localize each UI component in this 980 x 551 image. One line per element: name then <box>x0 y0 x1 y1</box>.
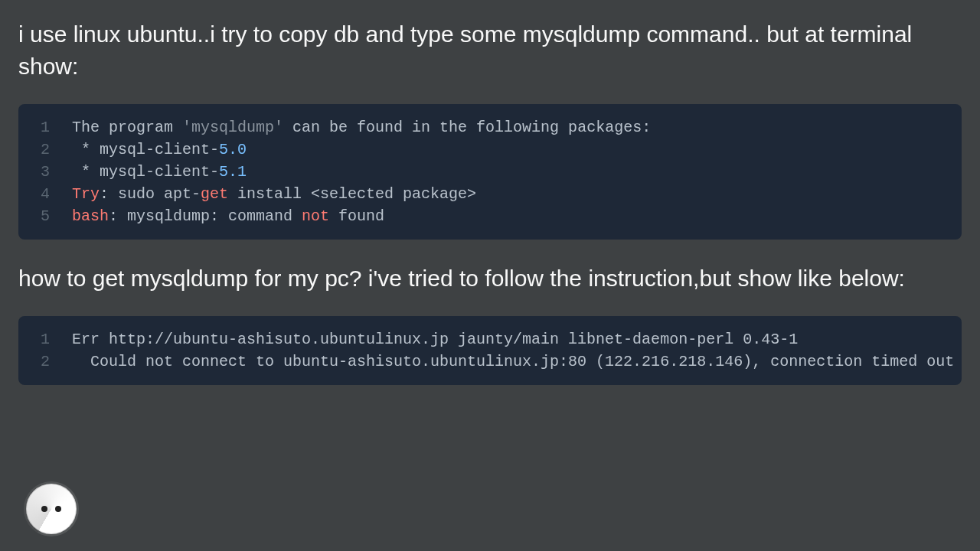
line-number: 5 <box>18 205 72 227</box>
code-text: Try: sudo apt-get install <selected pack… <box>72 183 962 205</box>
code-line: 2 * mysql-client-5.0 <box>18 139 962 161</box>
avatar-face-icon <box>41 506 61 512</box>
code-block-terminal-1: 1 The program 'mysqldump' can be found i… <box>18 104 962 240</box>
post-body: i use linux ubuntu..i try to copy db and… <box>0 0 980 385</box>
line-number: 4 <box>18 183 72 205</box>
code-text: Could not connect to ubuntu-ashisuto.ubu… <box>72 350 962 373</box>
line-number: 2 <box>18 350 72 373</box>
code-text: The program 'mysqldump' can be found in … <box>72 116 962 139</box>
line-number: 3 <box>18 161 72 183</box>
code-line: 1 Err http://ubuntu-ashisuto.ubuntulinux… <box>18 328 962 350</box>
code-text: Err http://ubuntu-ashisuto.ubuntulinux.j… <box>72 328 962 350</box>
code-text: * mysql-client-5.1 <box>72 161 962 183</box>
line-number: 1 <box>18 116 72 139</box>
code-text: bash: mysqldump: command not found <box>72 205 962 227</box>
code-line: 4 Try: sudo apt-get install <selected pa… <box>18 183 962 205</box>
code-line: 3 * mysql-client-5.1 <box>18 161 962 183</box>
code-text: * mysql-client-5.0 <box>72 139 962 161</box>
paragraph-followup: how to get mysqldump for my pc? i've tri… <box>18 262 962 295</box>
line-number: 2 <box>18 139 72 161</box>
line-number: 1 <box>18 328 72 350</box>
code-line: 1 The program 'mysqldump' can be found i… <box>18 116 962 139</box>
code-block-terminal-2: 1 Err http://ubuntu-ashisuto.ubuntulinux… <box>18 316 962 385</box>
code-line: 2 Could not connect to ubuntu-ashisuto.u… <box>18 350 962 373</box>
paragraph-intro: i use linux ubuntu..i try to copy db and… <box>18 18 962 83</box>
code-line: 5 bash: mysqldump: command not found <box>18 205 962 227</box>
avatar[interactable] <box>26 484 77 534</box>
